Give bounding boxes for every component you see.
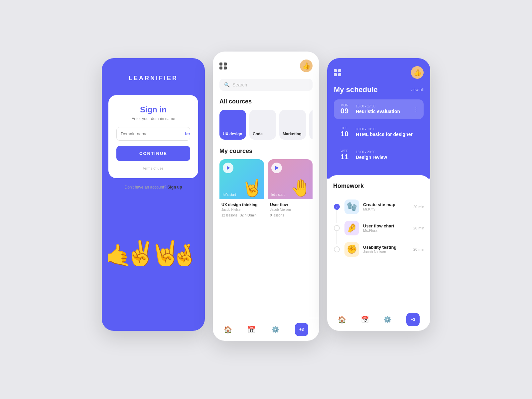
domain-name-input[interactable]: [117, 127, 181, 140]
schedule-date-mon: Mon 09: [338, 103, 350, 115]
nav-plus-button[interactable]: +3: [295, 323, 308, 336]
user-avatar[interactable]: 👍: [300, 60, 313, 72]
hw-thumb-1: 🧤: [344, 200, 359, 214]
course-author: Jacob Nielsen: [221, 208, 262, 211]
course-hand-icon-2: 🤚: [290, 178, 311, 198]
schedule-more-icon[interactable]: ⋮: [413, 106, 419, 113]
course-author-2: Jacob Nielsen: [270, 208, 311, 211]
signin-screen: LEARNIFIER Sign in Enter your domain nam…: [102, 58, 205, 331]
continue-button[interactable]: CONTINUE: [116, 146, 190, 161]
hw-author-1: Mr.Kitty: [363, 207, 409, 211]
domain-suffix: .learnifier.com: [181, 127, 190, 140]
schedule-day-num: 09: [338, 107, 350, 115]
hw-name-3: Usability testing: [363, 245, 409, 250]
home-screen: 👍 🔍 Search All cources UX design Code Ma…: [213, 52, 319, 341]
homework-item-1[interactable]: ✓ 🧤 Create site map Mr.Kitty 20 min: [333, 196, 424, 217]
schedule-settings-nav-icon[interactable]: ⚙️: [383, 316, 392, 324]
schedule-day-num-2: 10: [338, 130, 350, 138]
schedule-info-mon: 15:30 - 17:00 Heuristic evaluation: [356, 104, 413, 114]
schedule-item-tue[interactable]: Tue 10 09:00 - 10:00 HTML basics for des…: [334, 122, 424, 142]
course-info-ux: UX design thinking Jacob Nielsen 12 less…: [219, 199, 264, 219]
schedule-event-name-2: HTML basics for designer: [356, 132, 419, 137]
schedule-calendar-nav-icon[interactable]: 📅: [361, 316, 369, 324]
course-meta: 12 lessons 32 h 30min: [221, 213, 262, 217]
hw-info-2: User flow chart Ms.Flora: [363, 223, 409, 232]
homework-item-2[interactable]: 🤌 User flow chart Ms.Flora 20 min: [333, 217, 424, 239]
hw-dot-col-2: [333, 225, 340, 231]
schedule-day-num-3: 11: [338, 153, 350, 161]
schedule-event-name: Heuristic evaluation: [356, 109, 413, 114]
schedule-main-title: My schedule: [334, 85, 378, 94]
signup-link[interactable]: Sign up: [168, 185, 182, 190]
hw-name-1: Create site map: [363, 202, 409, 207]
schedule-avatar[interactable]: 👍: [411, 66, 424, 79]
hw-dot-col-3: [333, 246, 340, 252]
play-triangle-icon: [227, 166, 230, 170]
view-all-button[interactable]: view all: [411, 87, 424, 92]
course-info-flow: User flow Jacob Nielsen 9 lessons: [268, 199, 313, 219]
homework-title: Homework: [333, 183, 424, 190]
schedule-home-nav-icon[interactable]: 🏠: [338, 316, 346, 324]
homework-section: Homework ✓ 🧤 Create site map Mr.Kitty 20…: [327, 175, 430, 308]
home-content: 👍 🔍 Search All cources UX design Code Ma…: [213, 52, 319, 318]
all-courses-row: UX design Code Marketing UI d: [219, 110, 313, 140]
course-lessons: 12 lessons: [221, 213, 237, 217]
schedule-info-wed: 18:00 - 20:00 Design review: [356, 150, 419, 160]
homework-list: ✓ 🧤 Create site map Mr.Kitty 20 min: [333, 196, 424, 260]
play-triangle-icon-2: [275, 166, 279, 170]
schedule-top-bar: 👍: [334, 66, 424, 79]
schedule-time-3: 18:00 - 20:00: [356, 150, 419, 154]
course-card-flow[interactable]: let's start 🤚 User flow Jacob Nielsen 9 …: [268, 159, 313, 219]
schedule-time: 15:30 - 17:00: [356, 104, 413, 108]
signup-text: Don't have an account?: [124, 185, 167, 190]
course-tag-uid[interactable]: UI d: [309, 110, 313, 140]
signup-row: Don't have an account? Sign up: [124, 185, 182, 190]
home-nav-icon[interactable]: 🏠: [224, 326, 232, 333]
hand-cross-icon: 🤞: [171, 244, 198, 266]
screens-container: LEARNIFIER Sign in Enter your domain nam…: [33, 58, 499, 341]
schedule-menu-icon[interactable]: [334, 69, 341, 76]
search-bar[interactable]: 🔍 Search: [219, 79, 313, 91]
schedule-info-tue: 09:00 - 10:00 HTML basics for designer: [356, 127, 419, 137]
course-thumb-flow: let's start 🤚: [268, 159, 313, 199]
calendar-nav-icon[interactable]: 📅: [247, 326, 256, 333]
all-courses-title: All cources: [219, 98, 313, 105]
schedule-nav-plus-button[interactable]: +3: [406, 313, 420, 326]
hw-info-1: Create site map Mr.Kitty: [363, 202, 409, 211]
play-button-2[interactable]: [271, 163, 282, 173]
hw-author-3: Jacob Nielsen: [363, 250, 409, 254]
my-courses-title: My cources: [219, 148, 313, 155]
signin-card: Sign in Enter your domain name .learnifi…: [108, 95, 198, 178]
hands-illustration: 🤙 ✌️ 🤘 🤞: [102, 200, 205, 266]
settings-nav-icon[interactable]: ⚙️: [271, 326, 280, 333]
schedule-event-name-3: Design review: [356, 155, 419, 160]
course-meta-2: 9 lessons: [270, 213, 311, 217]
course-tag-marketing[interactable]: Marketing: [279, 110, 306, 140]
hw-checkbox-3[interactable]: [334, 246, 340, 252]
grid-dot: [219, 66, 222, 69]
schedule-date-tue: Tue 10: [338, 126, 350, 138]
hw-info-3: Usability testing Jacob Nielsen: [363, 245, 409, 254]
hw-checkbox-2[interactable]: [334, 225, 340, 231]
hw-checkbox-checked[interactable]: ✓: [334, 204, 340, 210]
signin-title: Sign in: [116, 105, 190, 114]
schedule-item-mon[interactable]: Mon 09 15:30 - 17:00 Heuristic evaluatio…: [334, 99, 424, 119]
lets-start-label: let's start: [223, 193, 236, 197]
course-lessons-2: 9 lessons: [270, 213, 284, 217]
terms-link[interactable]: terms of use: [116, 166, 190, 170]
domain-label: Enter your domain name: [116, 116, 190, 121]
grid-dot: [219, 63, 222, 66]
homework-item-3[interactable]: ✊ Usability testing Jacob Nielsen 20 min: [333, 239, 424, 260]
play-button[interactable]: [223, 163, 233, 173]
course-card-ux[interactable]: let's start 🤘 UX design thinking Jacob N…: [219, 159, 264, 219]
course-tag-ux[interactable]: UX design: [219, 110, 246, 140]
schedule-date-wed: Wed 11: [338, 149, 350, 161]
search-icon: 🔍: [224, 82, 230, 87]
menu-grid-icon[interactable]: [219, 63, 227, 69]
course-tag-code[interactable]: Code: [249, 110, 276, 140]
schedule-item-wed[interactable]: Wed 11 18:00 - 20:00 Design review: [334, 145, 424, 165]
course-name-2: User flow: [270, 202, 311, 207]
course-hand-icon: 🤘: [242, 178, 262, 198]
hw-duration-3: 20 min: [413, 247, 424, 251]
course-duration: 32 h 30min: [240, 213, 256, 217]
